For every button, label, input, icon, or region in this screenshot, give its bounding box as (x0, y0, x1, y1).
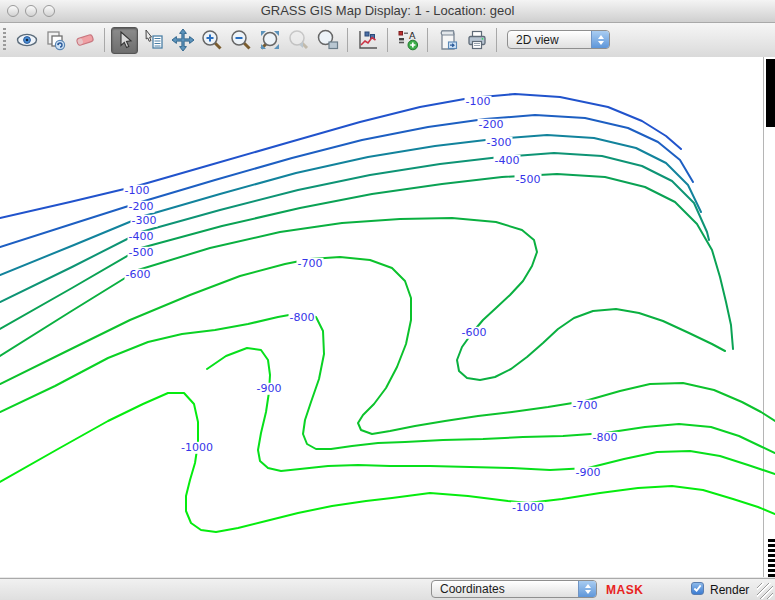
contour-label--1000: -1000 (511, 502, 545, 514)
contour-label--300: -300 (486, 137, 513, 149)
toolbar-separator (387, 28, 388, 52)
contour-label--500: -500 (515, 174, 542, 186)
zoom-options-button[interactable] (314, 27, 341, 54)
contour-label--1000: -1000 (180, 442, 214, 454)
statusbar-mode-select[interactable]: Coordinates (431, 580, 597, 598)
contour-line--500 (0, 174, 733, 349)
toolbar-separator (347, 28, 348, 52)
contour-label--300: -300 (131, 215, 158, 227)
zoom-options-icon (316, 28, 340, 52)
contour-label--400: -400 (128, 231, 155, 243)
contour-label--900: -900 (256, 383, 283, 395)
query-map-icon (142, 28, 166, 52)
render-map-button[interactable] (42, 27, 69, 54)
contour-label--700: -700 (572, 400, 599, 412)
map-canvas[interactable]: -100-100-200-200-300-300-400-400-500-500… (0, 57, 775, 577)
view-mode-select[interactable]: 2D view (507, 30, 610, 49)
window-title: GRASS GIS Map Display: 1 - Location: geo… (0, 3, 775, 18)
contour-label--800: -800 (592, 432, 619, 444)
contour-label--400: -400 (494, 155, 521, 167)
check-icon (693, 584, 702, 593)
pointer-button[interactable] (111, 27, 138, 54)
toolbar-separator (496, 28, 497, 52)
select-stepper-icon (578, 581, 596, 597)
contour-label--500: -500 (128, 247, 155, 259)
render-map-icon (44, 28, 68, 52)
contour-line--200 (0, 115, 693, 247)
statusbar-mode-value: Coordinates (432, 582, 596, 596)
status-bar: Coordinates MASK Render (0, 578, 775, 600)
contour-label--900: -900 (575, 467, 602, 479)
erase-display-icon (73, 28, 97, 52)
zoom-extent-icon (258, 28, 282, 52)
pan-icon (171, 28, 195, 52)
zoom-in-button[interactable] (198, 27, 225, 54)
mask-indicator: MASK (606, 583, 643, 597)
contour-label--100: -100 (124, 185, 151, 197)
toolbar-separator (104, 28, 105, 52)
toolbar-grip[interactable] (3, 28, 6, 52)
pointer-icon (113, 28, 137, 52)
contour-label--200: -200 (128, 201, 155, 213)
query-map-button[interactable] (140, 27, 167, 54)
scrollbar-artifact-top (766, 59, 775, 127)
contour-label--800: -800 (289, 312, 316, 324)
print-display-icon (465, 28, 489, 52)
map-display-window: GRASS GIS Map Display: 1 - Location: geo… (0, 0, 775, 600)
zoom-extent-button[interactable] (256, 27, 283, 54)
zoom-in-icon (200, 28, 224, 52)
contour-label--700: -700 (297, 258, 324, 270)
add-overlay-icon: A (396, 28, 420, 52)
contour-label--600: -600 (125, 269, 152, 281)
contour-line--600 (0, 218, 725, 380)
display-map-eye-icon (15, 28, 39, 52)
contour-svg (0, 57, 775, 577)
toolbar-separator (427, 28, 428, 52)
zoom-back-icon (287, 28, 311, 52)
contour-line--1000 (0, 393, 775, 532)
zoom-out-button[interactable] (227, 27, 254, 54)
analyze-map-button[interactable] (354, 27, 381, 54)
contour-label--100: -100 (465, 96, 492, 108)
scrollbar-artifact-bottom (768, 539, 775, 577)
pan-button[interactable] (169, 27, 196, 54)
erase-display-button[interactable] (71, 27, 98, 54)
render-checkbox[interactable] (691, 582, 704, 595)
add-overlay-button[interactable]: A (394, 27, 421, 54)
contour-label--600: -600 (461, 327, 488, 339)
contour-label--200: -200 (478, 119, 505, 131)
toolbar: A (0, 23, 775, 58)
save-display-button[interactable] (434, 27, 461, 54)
title-bar: GRASS GIS Map Display: 1 - Location: geo… (0, 0, 775, 23)
select-stepper-icon (591, 31, 609, 48)
resize-grip[interactable] (757, 583, 773, 599)
render-checkbox-label: Render (710, 583, 749, 597)
zoom-back-button[interactable] (285, 27, 312, 54)
contour-line--900 (207, 348, 775, 474)
display-map-button[interactable] (13, 27, 40, 54)
contour-line--400 (0, 153, 709, 302)
zoom-out-icon (229, 28, 253, 52)
analyze-map-icon (356, 28, 380, 52)
save-display-icon (436, 28, 460, 52)
svg-text:A: A (409, 30, 416, 41)
print-display-button[interactable] (463, 27, 490, 54)
